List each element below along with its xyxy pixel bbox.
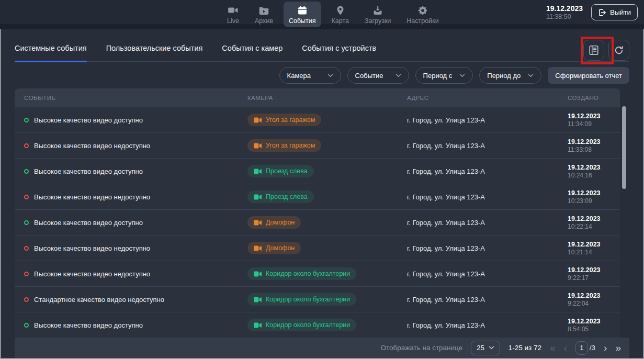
table-row[interactable]: Высокое качество видео недоступноПроезд … (15, 184, 620, 210)
refresh-button[interactable] (608, 40, 629, 61)
filter-dropdown-period-from[interactable]: Период с (415, 67, 473, 84)
nav-item-map[interactable]: Карта (326, 2, 354, 27)
event-cell: Высокое качество видео недоступно (15, 270, 238, 278)
filter-dropdown-event[interactable]: Событие (347, 67, 409, 84)
event-cell: Высокое качество видео недоступно (15, 193, 238, 201)
camera-badge[interactable]: Коридор около бухгалтерии (247, 267, 356, 280)
nav-item-live[interactable]: Live (222, 2, 244, 27)
camera-badge[interactable]: Проезд слева (247, 190, 314, 203)
status-error-icon (24, 272, 29, 276)
created-cell: 19.12.202310:22:14 (558, 215, 620, 230)
event-text: Стандартное качество видео недоступно (34, 296, 164, 304)
created-date: 19.12.2023 (568, 241, 620, 248)
nav-item-events[interactable]: События (284, 2, 321, 27)
camera-badge[interactable]: Проезд слева (247, 165, 314, 177)
camera-badge[interactable]: Угол за гаражом (247, 139, 321, 152)
created-time: 10:21:14 (568, 249, 620, 256)
status-ok-icon (24, 220, 29, 225)
camera-cell: Коридор около бухгалтерии (238, 319, 398, 331)
created-time: 10:22:14 (568, 223, 620, 230)
logout-button[interactable]: Выйти (591, 4, 638, 20)
filter-dropdown-label: Период с (423, 72, 453, 80)
filter-dropdowns-slot: КамераСобытиеПериод сПериод до (279, 67, 542, 84)
camera-badge[interactable]: Угол за гаражом (247, 114, 321, 126)
downloads-icon (372, 5, 383, 16)
tab-device-events[interactable]: События с устройств (302, 35, 376, 61)
filter-dropdown-camera[interactable]: Камера (279, 67, 341, 84)
nav-item-label: Карта (332, 17, 349, 25)
chevron-down-icon (396, 74, 401, 77)
camera-badge[interactable]: Коридор около бухгалтерии (247, 319, 356, 331)
camera-cell: Коридор около бухгалтерии (238, 293, 398, 306)
prev-page-button[interactable]: ‹ (564, 343, 567, 353)
camera-badge-label: Угол за гаражом (266, 142, 315, 149)
table-row[interactable]: Высокое качество видео недоступноКоридор… (15, 261, 620, 287)
table-row[interactable]: Высокое качество видео доступноПроезд сл… (15, 159, 620, 184)
camera-cell: Проезд слева (238, 190, 398, 203)
created-date: 19.12.2023 (568, 318, 620, 325)
table-row[interactable]: Стандартное качество видео недоступноКор… (15, 287, 620, 312)
table-row[interactable]: Высокое качество видео недоступноДомофон… (15, 235, 620, 261)
address-cell: г. Город, ул. Улица 123-А (398, 270, 558, 278)
address-cell: г. Город, ул. Улица 123-А (398, 321, 558, 329)
chevron-down-icon (489, 346, 494, 350)
next-page-button[interactable]: › (604, 343, 607, 353)
camera-badge[interactable]: Коридор около бухгалтерии (247, 293, 356, 306)
chevron-down-icon (459, 74, 465, 77)
event-cell: Высокое качество видео недоступно (15, 244, 238, 252)
address-cell: г. Город, ул. Улица 123-А (398, 116, 558, 124)
created-cell: 19.12.202310:23:09 (558, 189, 620, 205)
nav-item-archive[interactable]: Архив (250, 2, 278, 27)
table-row[interactable]: Высокое качество видео доступноУгол за г… (15, 107, 620, 133)
archive-icon (258, 5, 269, 16)
datetime: 19.12.2023 11:38:50 (546, 4, 583, 20)
status-error-icon (24, 195, 29, 199)
created-cell: 19.12.202311:34:09 (558, 113, 620, 128)
created-time: 9:22:17 (568, 274, 620, 282)
column-header-event: СОБЫТИЕ (15, 95, 238, 101)
camera-cell: Домофон (238, 242, 398, 254)
tabs: Системные событияПользовательские событи… (15, 35, 629, 61)
created-date: 19.12.2023 (568, 215, 620, 222)
per-page-label: Отображать на странице (380, 344, 462, 352)
current-page-box[interactable]: 1 (575, 341, 588, 355)
filters-row: КамераСобытиеПериод сПериод до Сформиров… (279, 67, 629, 84)
generate-report-button[interactable]: Сформировать отчет (548, 67, 629, 84)
table-row[interactable]: Высокое качество видео доступноДомофонг.… (15, 210, 620, 235)
camera-icon (254, 117, 262, 123)
camera-icon (254, 143, 262, 149)
nav-item-uploads[interactable]: Загрузки (359, 2, 396, 27)
filter-dropdown-label: Период до (487, 72, 521, 80)
nav-item-settings[interactable]: Настройки (401, 2, 444, 27)
column-header-camera: КАМЕРА (238, 95, 398, 101)
camera-cell: Угол за гаражом (238, 114, 398, 126)
status-ok-icon (24, 118, 29, 122)
camera-badge[interactable]: Домофон (247, 216, 301, 229)
filter-dropdown-period-to[interactable]: Период до (479, 67, 541, 84)
nav-item-label: Архив (255, 17, 273, 25)
results-range: 1-25 из 72 (509, 344, 541, 352)
status-error-icon (24, 246, 29, 251)
scrollbar-thumb[interactable] (622, 106, 626, 189)
event-text: Высокое качество видео доступно (34, 167, 143, 175)
tab-user-events[interactable]: Пользовательские события (106, 35, 203, 61)
created-time: 10:24:16 (568, 172, 620, 179)
tab-actions (583, 40, 629, 61)
tab-camera-events[interactable]: События с камер (222, 35, 283, 61)
settings-gear-icon (417, 5, 428, 16)
events-icon (297, 5, 308, 16)
status-error-icon (24, 143, 29, 148)
event-cell: Стандартное качество видео недоступно (15, 296, 238, 304)
tab-system-events[interactable]: Системные события (15, 35, 87, 61)
table-row[interactable]: Высокое качество видео недоступноУгол за… (15, 133, 620, 159)
main-nav: LiveАрхивСобытияКартаЗагрузкиНастройки (222, 2, 444, 27)
camera-icon (254, 297, 262, 302)
table-row[interactable]: Высокое качество видео доступноКоридор о… (15, 312, 620, 338)
camera-badge[interactable]: Домофон (247, 242, 301, 254)
events-table: СОБЫТИЕКАМЕРААДРЕССОЗДАНО Высокое качест… (15, 88, 620, 338)
app-window: LiveАрхивСобытияКартаЗагрузкиНастройки 1… (0, 0, 644, 359)
page-size-select[interactable]: 25 (471, 341, 500, 355)
first-page-button[interactable]: « (550, 343, 556, 353)
last-page-button[interactable]: » (615, 343, 621, 353)
report-view-button[interactable] (583, 40, 604, 61)
